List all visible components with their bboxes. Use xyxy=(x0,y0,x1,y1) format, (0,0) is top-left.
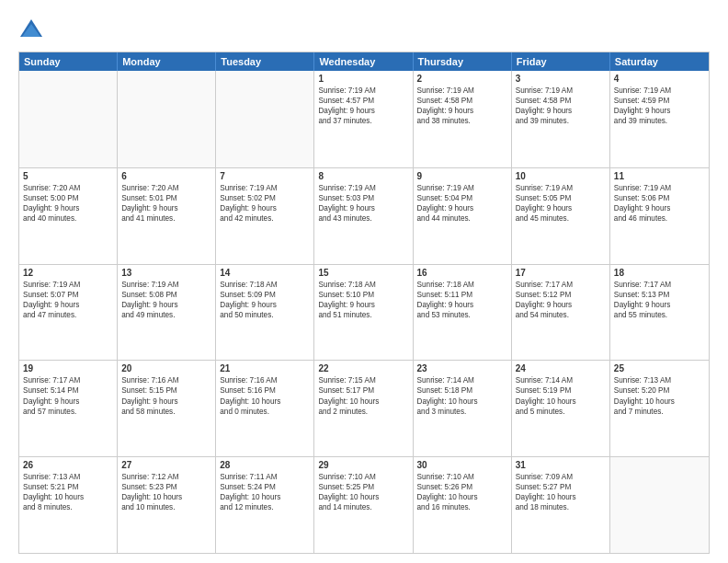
day-number: 13 xyxy=(121,268,211,278)
calendar-cell: 9Sunrise: 7:19 AM Sunset: 5:04 PM Daylig… xyxy=(414,168,512,264)
day-number: 30 xyxy=(417,460,507,470)
calendar-cell: 10Sunrise: 7:19 AM Sunset: 5:05 PM Dayli… xyxy=(512,168,610,264)
day-number: 5 xyxy=(23,171,113,181)
calendar-cell: 16Sunrise: 7:18 AM Sunset: 5:11 PM Dayli… xyxy=(414,265,512,361)
day-number: 24 xyxy=(516,363,606,373)
page: SundayMondayTuesdayWednesdayThursdayFrid… xyxy=(0,0,728,563)
calendar-row: 5Sunrise: 7:20 AM Sunset: 5:00 PM Daylig… xyxy=(19,167,709,264)
calendar-cell: 11Sunrise: 7:19 AM Sunset: 5:06 PM Dayli… xyxy=(610,168,709,264)
day-number: 6 xyxy=(121,171,211,181)
cell-info: Sunrise: 7:13 AM Sunset: 5:20 PM Dayligh… xyxy=(614,375,705,416)
calendar-cell: 27Sunrise: 7:12 AM Sunset: 5:23 PM Dayli… xyxy=(118,457,216,553)
weekday-header: Sunday xyxy=(19,52,118,71)
calendar-body: 1Sunrise: 7:19 AM Sunset: 4:57 PM Daylig… xyxy=(19,71,709,553)
cell-info: Sunrise: 7:19 AM Sunset: 5:08 PM Dayligh… xyxy=(121,280,211,320)
day-number: 7 xyxy=(220,171,310,181)
cell-info: Sunrise: 7:17 AM Sunset: 5:13 PM Dayligh… xyxy=(614,280,705,320)
calendar-cell: 25Sunrise: 7:13 AM Sunset: 5:20 PM Dayli… xyxy=(610,361,709,456)
day-number: 22 xyxy=(318,363,408,373)
day-number: 28 xyxy=(220,460,310,470)
cell-info: Sunrise: 7:09 AM Sunset: 5:27 PM Dayligh… xyxy=(516,472,606,512)
day-number: 14 xyxy=(220,268,310,278)
cell-info: Sunrise: 7:14 AM Sunset: 5:18 PM Dayligh… xyxy=(417,375,507,416)
day-number: 20 xyxy=(121,363,211,373)
calendar-cell xyxy=(216,71,314,167)
calendar-cell: 29Sunrise: 7:10 AM Sunset: 5:25 PM Dayli… xyxy=(314,457,413,553)
day-number: 29 xyxy=(318,460,408,470)
logo xyxy=(18,17,48,42)
cell-info: Sunrise: 7:19 AM Sunset: 5:07 PM Dayligh… xyxy=(23,280,113,320)
calendar-cell: 3Sunrise: 7:19 AM Sunset: 4:58 PM Daylig… xyxy=(512,71,610,167)
cell-info: Sunrise: 7:16 AM Sunset: 5:15 PM Dayligh… xyxy=(121,375,211,416)
calendar-cell: 20Sunrise: 7:16 AM Sunset: 5:15 PM Dayli… xyxy=(118,361,216,456)
day-number: 4 xyxy=(614,74,705,84)
day-number: 17 xyxy=(516,268,606,278)
calendar-cell: 19Sunrise: 7:17 AM Sunset: 5:14 PM Dayli… xyxy=(19,361,118,456)
weekday-header: Saturday xyxy=(610,52,709,71)
cell-info: Sunrise: 7:17 AM Sunset: 5:12 PM Dayligh… xyxy=(516,280,606,320)
calendar-cell xyxy=(118,71,216,167)
cell-info: Sunrise: 7:20 AM Sunset: 5:01 PM Dayligh… xyxy=(121,183,211,224)
cell-info: Sunrise: 7:13 AM Sunset: 5:21 PM Dayligh… xyxy=(23,472,113,512)
calendar: SundayMondayTuesdayWednesdayThursdayFrid… xyxy=(18,52,710,554)
day-number: 11 xyxy=(614,171,705,181)
cell-info: Sunrise: 7:19 AM Sunset: 5:04 PM Dayligh… xyxy=(417,183,507,224)
logo-icon xyxy=(18,17,44,42)
cell-info: Sunrise: 7:19 AM Sunset: 5:03 PM Dayligh… xyxy=(318,183,408,224)
calendar-cell: 6Sunrise: 7:20 AM Sunset: 5:01 PM Daylig… xyxy=(118,168,216,264)
calendar-row: 12Sunrise: 7:19 AM Sunset: 5:07 PM Dayli… xyxy=(19,264,709,361)
day-number: 15 xyxy=(318,268,408,278)
day-number: 19 xyxy=(23,363,113,373)
calendar-cell: 15Sunrise: 7:18 AM Sunset: 5:10 PM Dayli… xyxy=(314,265,413,361)
calendar-cell: 13Sunrise: 7:19 AM Sunset: 5:08 PM Dayli… xyxy=(118,265,216,361)
cell-info: Sunrise: 7:19 AM Sunset: 4:59 PM Dayligh… xyxy=(614,86,705,126)
day-number: 21 xyxy=(220,363,310,373)
calendar-cell: 28Sunrise: 7:11 AM Sunset: 5:24 PM Dayli… xyxy=(216,457,314,553)
cell-info: Sunrise: 7:12 AM Sunset: 5:23 PM Dayligh… xyxy=(121,472,211,512)
calendar-cell: 30Sunrise: 7:10 AM Sunset: 5:26 PM Dayli… xyxy=(414,457,512,553)
calendar-cell: 1Sunrise: 7:19 AM Sunset: 4:57 PM Daylig… xyxy=(314,71,413,167)
cell-info: Sunrise: 7:10 AM Sunset: 5:26 PM Dayligh… xyxy=(417,472,507,512)
calendar-row: 26Sunrise: 7:13 AM Sunset: 5:21 PM Dayli… xyxy=(19,456,709,553)
weekday-header: Thursday xyxy=(414,52,512,71)
calendar-cell: 7Sunrise: 7:19 AM Sunset: 5:02 PM Daylig… xyxy=(216,168,314,264)
cell-info: Sunrise: 7:14 AM Sunset: 5:19 PM Dayligh… xyxy=(516,375,606,416)
cell-info: Sunrise: 7:19 AM Sunset: 4:58 PM Dayligh… xyxy=(516,86,606,126)
calendar-cell: 14Sunrise: 7:18 AM Sunset: 5:09 PM Dayli… xyxy=(216,265,314,361)
day-number: 25 xyxy=(614,363,705,373)
day-number: 31 xyxy=(516,460,606,470)
weekday-header: Monday xyxy=(118,52,216,71)
day-number: 9 xyxy=(417,171,507,181)
weekday-header: Wednesday xyxy=(314,52,413,71)
calendar-cell: 26Sunrise: 7:13 AM Sunset: 5:21 PM Dayli… xyxy=(19,457,118,553)
day-number: 27 xyxy=(121,460,211,470)
cell-info: Sunrise: 7:11 AM Sunset: 5:24 PM Dayligh… xyxy=(220,472,310,512)
calendar-cell: 24Sunrise: 7:14 AM Sunset: 5:19 PM Dayli… xyxy=(512,361,610,456)
calendar-cell: 12Sunrise: 7:19 AM Sunset: 5:07 PM Dayli… xyxy=(19,265,118,361)
calendar-cell: 31Sunrise: 7:09 AM Sunset: 5:27 PM Dayli… xyxy=(512,457,610,553)
calendar-row: 19Sunrise: 7:17 AM Sunset: 5:14 PM Dayli… xyxy=(19,360,709,456)
cell-info: Sunrise: 7:18 AM Sunset: 5:10 PM Dayligh… xyxy=(318,280,408,320)
calendar-cell: 23Sunrise: 7:14 AM Sunset: 5:18 PM Dayli… xyxy=(414,361,512,456)
day-number: 23 xyxy=(417,363,507,373)
cell-info: Sunrise: 7:19 AM Sunset: 5:02 PM Dayligh… xyxy=(220,183,310,224)
calendar-cell xyxy=(19,71,118,167)
cell-info: Sunrise: 7:17 AM Sunset: 5:14 PM Dayligh… xyxy=(23,375,113,416)
cell-info: Sunrise: 7:19 AM Sunset: 4:57 PM Dayligh… xyxy=(318,86,408,126)
weekday-header: Tuesday xyxy=(216,52,314,71)
cell-info: Sunrise: 7:19 AM Sunset: 4:58 PM Dayligh… xyxy=(417,86,507,126)
day-number: 26 xyxy=(23,460,113,470)
header xyxy=(18,17,710,42)
cell-info: Sunrise: 7:16 AM Sunset: 5:16 PM Dayligh… xyxy=(220,375,310,416)
calendar-cell: 8Sunrise: 7:19 AM Sunset: 5:03 PM Daylig… xyxy=(314,168,413,264)
weekday-header: Friday xyxy=(512,52,610,71)
day-number: 16 xyxy=(417,268,507,278)
calendar-cell: 2Sunrise: 7:19 AM Sunset: 4:58 PM Daylig… xyxy=(414,71,512,167)
calendar-cell xyxy=(610,457,709,553)
calendar-cell: 18Sunrise: 7:17 AM Sunset: 5:13 PM Dayli… xyxy=(610,265,709,361)
cell-info: Sunrise: 7:18 AM Sunset: 5:09 PM Dayligh… xyxy=(220,280,310,320)
calendar-cell: 21Sunrise: 7:16 AM Sunset: 5:16 PM Dayli… xyxy=(216,361,314,456)
calendar-cell: 17Sunrise: 7:17 AM Sunset: 5:12 PM Dayli… xyxy=(512,265,610,361)
day-number: 3 xyxy=(516,74,606,84)
cell-info: Sunrise: 7:20 AM Sunset: 5:00 PM Dayligh… xyxy=(23,183,113,224)
